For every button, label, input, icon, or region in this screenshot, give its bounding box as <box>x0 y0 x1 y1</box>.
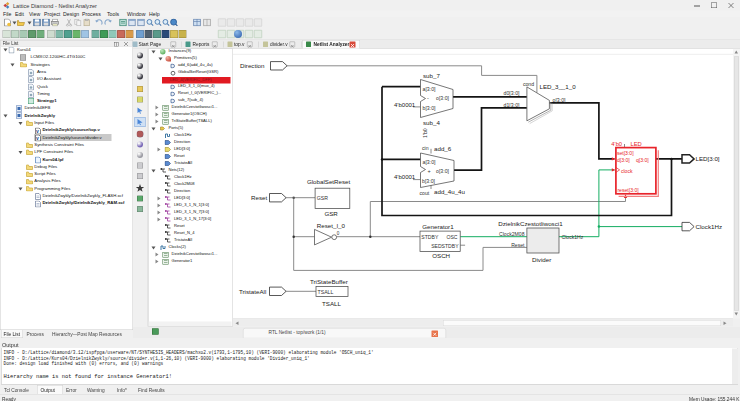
svg-text:Generator1: Generator1 <box>422 223 454 230</box>
svg-text:d1[3:0]: d1[3:0] <box>504 102 520 108</box>
svg-text:TristateAll: TristateAll <box>239 288 266 295</box>
svg-text:o[3:0]: o[3:0] <box>553 97 567 103</box>
svg-text:q[3:0]: q[3:0] <box>636 157 649 163</box>
svg-text:OSC: OSC <box>447 234 458 240</box>
svg-text:sub_7: sub_7 <box>423 72 440 79</box>
svg-text:b[3:0]: b[3:0] <box>422 178 436 184</box>
svg-text:a[3:0]: a[3:0] <box>423 159 437 165</box>
svg-text:STDBY: STDBY <box>421 234 439 240</box>
svg-text:clock: clock <box>621 168 633 174</box>
svg-text:set[3:0]: set[3:0] <box>617 150 634 156</box>
svg-text:o[3:0]: o[3:0] <box>436 95 450 101</box>
svg-text:Reset: Reset <box>511 242 525 248</box>
svg-text:TSALL: TSALL <box>322 300 341 307</box>
svg-text:add_4u_4u: add_4u_4u <box>434 188 466 195</box>
svg-text:OSCH: OSCH <box>432 252 450 259</box>
svg-text:b[3:0]: b[3:0] <box>423 105 437 111</box>
svg-text:Direction: Direction <box>240 62 265 69</box>
svg-text:LED[3:0]: LED[3:0] <box>696 155 720 162</box>
svg-text:-: - <box>427 95 429 101</box>
svg-text:d0[3:0]: d0[3:0] <box>504 90 520 96</box>
svg-text:LED: LED <box>631 141 642 147</box>
svg-text:cin: cin <box>422 145 429 151</box>
svg-text:DzielnikCzestotliwosci1: DzielnikCzestotliwosci1 <box>498 220 563 227</box>
svg-text:sub_4: sub_4 <box>423 119 440 126</box>
svg-text:a[3:0]: a[3:0] <box>423 86 437 92</box>
svg-text:add_6: add_6 <box>434 145 452 152</box>
svg-text:Clock2M08: Clock2M08 <box>499 231 525 237</box>
svg-text:d[3:0]: d[3:0] <box>617 157 630 163</box>
svg-text:Reset_I_0: Reset_I_0 <box>317 222 346 229</box>
svg-text:0: 0 <box>337 231 340 236</box>
svg-text:GSR: GSR <box>317 195 328 201</box>
svg-text:reset[3:0]: reset[3:0] <box>617 187 639 193</box>
svg-text:TriStateBuffer: TriStateBuffer <box>310 278 348 285</box>
svg-text:4'b0001: 4'b0001 <box>394 102 416 108</box>
svg-text:Clock1Hz: Clock1Hz <box>562 234 584 240</box>
svg-text:GSR: GSR <box>324 210 338 217</box>
svg-text:GlobalSetReset: GlobalSetReset <box>307 178 351 185</box>
svg-text:Reset: Reset <box>251 194 267 201</box>
svg-text:o[3:0]: o[3:0] <box>436 168 450 174</box>
svg-text:cond: cond <box>523 81 534 87</box>
svg-text:4'b0: 4'b0 <box>611 141 622 147</box>
svg-text:4'b0001: 4'b0001 <box>394 174 416 180</box>
svg-text:cout: cout <box>420 190 430 196</box>
svg-text:v: v <box>36 135 39 141</box>
svg-text:+: + <box>428 168 431 174</box>
svg-text:LED_3__1_0: LED_3__1_0 <box>540 83 577 90</box>
svg-text:v: v <box>36 128 39 134</box>
svg-text:Clock1Hz: Clock1Hz <box>696 223 722 230</box>
svg-text:SEDSTDBY: SEDSTDBY <box>431 243 459 249</box>
svg-text:1'b0: 1'b0 <box>422 128 428 138</box>
svg-text:Divider: Divider <box>532 256 551 263</box>
svg-text:TSALL: TSALL <box>318 289 334 295</box>
